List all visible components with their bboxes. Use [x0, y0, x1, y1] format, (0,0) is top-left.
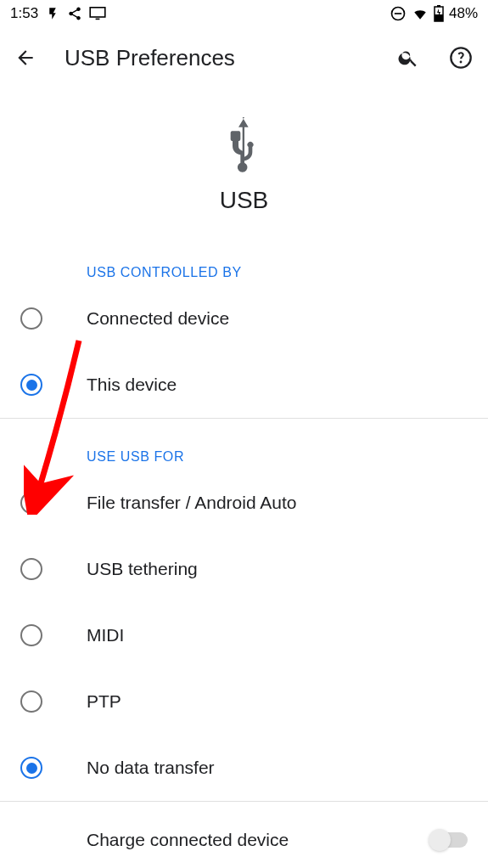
radio-usb-tethering[interactable]: USB tethering	[0, 536, 488, 602]
share-icon	[67, 6, 82, 21]
screen-cast-icon	[45, 6, 60, 21]
battery-percent: 48%	[449, 5, 478, 22]
hero-label: USB	[220, 187, 269, 214]
svg-rect-5	[437, 5, 440, 7]
radio-indicator	[20, 757, 42, 779]
radio-label: No data transfer	[87, 758, 215, 778]
radio-indicator	[20, 492, 42, 514]
radio-indicator	[20, 690, 42, 713]
cast-screen-icon	[89, 7, 106, 20]
radio-label: Connected device	[87, 308, 229, 329]
radio-indicator	[20, 624, 42, 646]
usb-icon	[220, 117, 269, 177]
radio-label: MIDI	[87, 625, 124, 645]
radio-indicator	[20, 374, 42, 396]
radio-label: File transfer / Android Auto	[87, 493, 296, 513]
svg-rect-1	[96, 19, 100, 20]
status-time: 1:53	[10, 5, 38, 22]
search-icon	[397, 47, 419, 69]
switch-label: Charge connected device	[87, 830, 289, 850]
radio-midi[interactable]: MIDI	[0, 602, 488, 668]
radio-file-transfer[interactable]: File transfer / Android Auto	[0, 470, 488, 536]
help-icon	[449, 46, 473, 70]
dnd-icon	[390, 5, 407, 22]
svg-rect-0	[90, 8, 105, 17]
page-title: USB Preferences	[65, 45, 235, 71]
switch-toggle[interactable]	[430, 832, 468, 848]
wifi-icon	[412, 6, 429, 21]
back-button[interactable]	[14, 46, 37, 70]
battery-charging-icon	[434, 5, 444, 22]
radio-label: This device	[87, 375, 177, 395]
radio-label: USB tethering	[87, 559, 198, 579]
help-button[interactable]	[447, 44, 474, 71]
section-header-use-for: USE USB FOR	[0, 419, 488, 470]
radio-this-device[interactable]: This device	[0, 352, 488, 418]
section-header-controlled-by: USB CONTROLLED BY	[0, 234, 488, 285]
radio-indicator	[20, 558, 42, 580]
radio-indicator	[20, 307, 42, 330]
status-bar: 1:53 48%	[0, 0, 488, 27]
search-button[interactable]	[395, 44, 422, 71]
charge-connected-device-row[interactable]: Charge connected device	[0, 802, 488, 868]
hero-section: USB	[0, 88, 488, 234]
radio-no-data-transfer[interactable]: No data transfer	[0, 735, 488, 801]
arrow-back-icon	[14, 47, 36, 69]
radio-ptp[interactable]: PTP	[0, 668, 488, 735]
app-bar: USB Preferences	[0, 27, 488, 88]
radio-label: PTP	[87, 691, 121, 712]
radio-connected-device[interactable]: Connected device	[0, 285, 488, 352]
